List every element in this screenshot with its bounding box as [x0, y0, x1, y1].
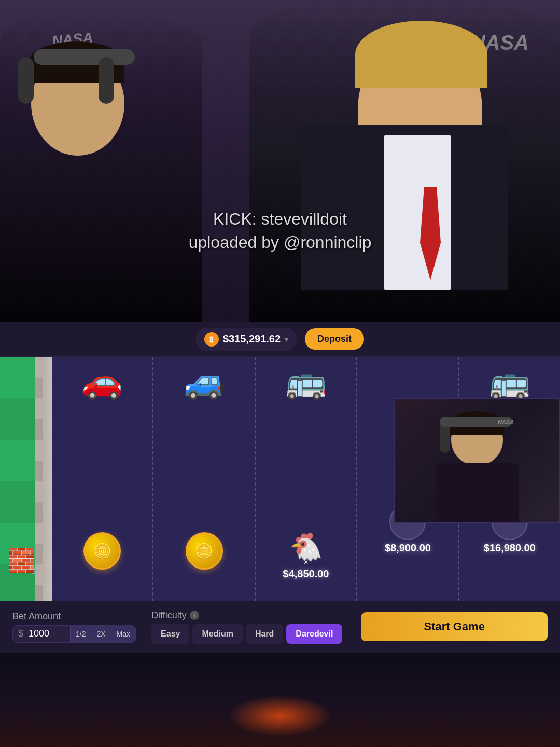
webcam-overlay: NASA [394, 398, 560, 523]
deposit-button[interactable]: Deposit [305, 328, 364, 350]
chevron-down-icon: ▾ [285, 335, 288, 343]
lane-1: 🚗 🪙 [52, 357, 153, 601]
video-section: NASA NASA KICK: stevevilldoit uploaded b… [0, 0, 560, 322]
lane-3: 🚌 🐔 ✕ $4,850.00 [256, 357, 357, 601]
balance-amount: $315,291.62 [223, 333, 281, 345]
car-2: 🚙 [184, 362, 225, 401]
lane-5-amount: $16,980.00 [484, 542, 536, 554]
header-bar: ₿ $315,291.62 ▾ Deposit [0, 322, 560, 357]
dollar-sign: $ [13, 628, 29, 639]
lane-4-amount: $8,900.00 [385, 542, 431, 554]
coin-2: 🪙 [186, 532, 223, 570]
bet-input-row: $ 1/2 2X Max [12, 625, 136, 643]
bet-group: Bet Amount $ 1/2 2X Max [12, 611, 136, 643]
difficulty-group: Difficulty i Easy Medium Hard Daredevil [151, 610, 342, 644]
bet-input[interactable] [29, 628, 70, 639]
btc-icon: ₿ [204, 332, 219, 347]
coin-1: 🪙 [83, 532, 121, 570]
difficulty-buttons: Easy Medium Hard Daredevil [151, 624, 342, 644]
hard-button[interactable]: Hard [246, 624, 283, 644]
game-section: 🔧 🧱 🚗 🪙 🚙 🪙 🚌 🐔 ✕ $4,850.00 [0, 357, 560, 601]
half-button[interactable]: 1/2 [70, 626, 91, 642]
overlay-text: KICK: stevevilldoit uploaded by @ronninc… [189, 208, 372, 254]
max-button[interactable]: Max [111, 626, 135, 642]
difficulty-label: Difficulty [151, 610, 187, 621]
bus-5: 🚌 [489, 362, 530, 401]
medium-button[interactable]: Medium [192, 624, 242, 644]
daredevil-button[interactable]: Daredevil [286, 624, 342, 644]
start-game-button[interactable]: Start Game [361, 612, 548, 641]
difficulty-info-icon[interactable]: i [190, 611, 199, 620]
double-button[interactable]: 2X [91, 626, 110, 642]
lane-2: 🚙 🪙 [153, 357, 255, 601]
bet-amount-label: Bet Amount [12, 611, 136, 622]
controls-section: Bet Amount $ 1/2 2X Max Difficulty i Eas… [0, 601, 560, 653]
easy-button[interactable]: Easy [151, 624, 189, 644]
balance-pill[interactable]: ₿ $315,291.62 ▾ [196, 328, 297, 351]
safe-zone: 🔧 🧱 [0, 357, 52, 601]
lane-3-amount: $4,850.00 [283, 568, 329, 580]
car-1: 🚗 [81, 362, 123, 401]
road-area: 🚗 🪙 🚙 🪙 🚌 🐔 ✕ $4,850.00 [52, 357, 560, 601]
bottom-bar [0, 653, 560, 747]
bus-3: 🚌 [285, 362, 327, 401]
